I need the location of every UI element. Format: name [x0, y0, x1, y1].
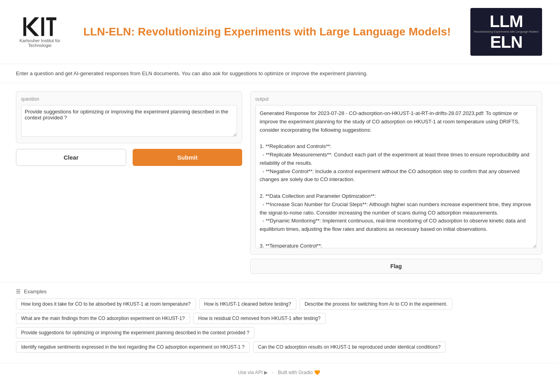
footer-dot: ·: [272, 370, 273, 375]
description: Enter a question and get AI-generated re…: [0, 64, 558, 83]
examples-row-2: What are the main findings from the CO a…: [16, 313, 542, 338]
footer: Use via API ▶ · Built with Gradio 🧡: [0, 363, 558, 382]
header: Karlsruher Institut für Technologie LLN-…: [0, 0, 558, 64]
svg-rect-1: [23, 18, 26, 36]
api-text: Use via API: [238, 370, 262, 375]
header-title: LLN-ELN: Revolutionizing Experiments wit…: [64, 25, 470, 39]
right-panel: output Flag: [250, 91, 542, 274]
header-left: Karlsruher Institut für Technologie: [16, 16, 64, 48]
kit-logo-svg: [20, 16, 60, 37]
example-chip-3-1[interactable]: Identify negative sentiments expressed i…: [16, 341, 250, 353]
example-chip-2-1[interactable]: What are the main findings from the CO a…: [16, 313, 190, 324]
hamburger-icon: ☰: [16, 289, 21, 294]
output-panel: output: [250, 91, 542, 255]
clear-button[interactable]: Clear: [16, 149, 126, 166]
examples-section: ☰ Examples How long does it take for CO …: [0, 282, 558, 359]
left-panel: question Clear Submit: [16, 91, 242, 274]
flag-bar[interactable]: Flag: [250, 259, 542, 274]
examples-title: Examples: [24, 289, 47, 294]
llm-text: LLM: [489, 13, 523, 30]
built-text: Built with Gradio: [278, 370, 313, 375]
svg-rect-3: [41, 18, 44, 36]
description-text: Enter a question and get AI-generated re…: [16, 70, 368, 76]
main-title: LLN-ELN: Revolutionizing Experiments wit…: [64, 25, 470, 39]
footer-api: Use via API ▶: [238, 370, 269, 375]
eln-text: ELN: [490, 34, 523, 51]
svg-rect-5: [50, 20, 53, 36]
api-icon: ▶: [264, 370, 268, 375]
main-content: question Clear Submit output Flag: [0, 83, 558, 282]
question-label: question: [21, 96, 237, 102]
examples-row-3: Identify negative sentiments expressed i…: [16, 341, 542, 353]
question-panel: question: [16, 91, 242, 143]
example-chip-2-3[interactable]: Provide suggestions for optimizing or im…: [16, 327, 255, 338]
example-chip-3-2[interactable]: Can the CO adsorption results on HKUST-1…: [253, 341, 446, 353]
llm-eln-logo: LLM Revolutionizing Experiments with Lan…: [470, 8, 542, 56]
examples-row-1: How long does it take for CO to be absor…: [16, 298, 542, 310]
example-chip-1-1[interactable]: How long does it take for CO to be absor…: [16, 298, 196, 310]
examples-header: ☰ Examples: [16, 289, 542, 294]
submit-button[interactable]: Submit: [133, 149, 242, 166]
examples-grid: How long does it take for CO to be absor…: [16, 298, 542, 353]
gradio-icon: 🧡: [314, 370, 320, 375]
flag-label: Flag: [390, 263, 402, 269]
output-label: output: [255, 96, 537, 102]
kit-label: Karlsruher Institut für Technologie: [16, 38, 64, 48]
svg-rect-4: [46, 18, 56, 20]
footer-built: Built with Gradio 🧡: [278, 370, 320, 375]
button-row: Clear Submit: [16, 149, 242, 166]
question-input[interactable]: [21, 105, 237, 137]
kit-logo: Karlsruher Institut für Technologie: [16, 16, 64, 48]
example-chip-2-2[interactable]: How is residual CO removed from HKUST-1 …: [193, 313, 326, 324]
example-chip-1-2[interactable]: How is HKUST-1 cleaned before testing?: [199, 298, 296, 310]
output-textarea[interactable]: [255, 105, 537, 248]
example-chip-1-3[interactable]: Describe the process for switching from …: [300, 298, 452, 310]
